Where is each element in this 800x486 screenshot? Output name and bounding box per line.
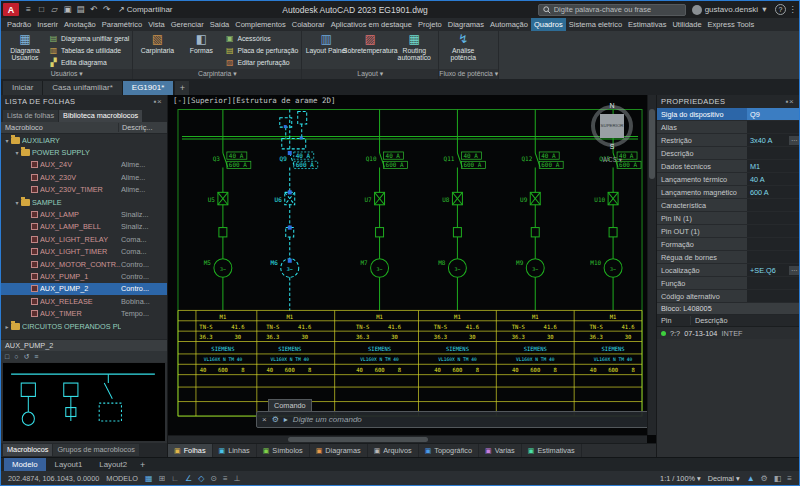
- dynamic-input-icon[interactable]: ⊥: [234, 474, 241, 483]
- motor-feeder-circuit[interactable]: Q3 40 A 600 A U5: [204, 110, 251, 311]
- ribbon-tab[interactable]: Paramétrico: [99, 18, 145, 31]
- model-space-canvas[interactable]: Q3 40 A 600 A U5: [168, 95, 656, 443]
- viewcube[interactable]: N S SUPERIOR WCS ▾: [580, 98, 644, 164]
- customization-icon[interactable]: ≡: [787, 474, 792, 483]
- workspace-gear-icon[interactable]: ⚙: [761, 474, 768, 483]
- property-value[interactable]: [747, 251, 799, 263]
- property-more-button[interactable]: ⋯: [789, 266, 799, 275]
- tree-item[interactable]: AUX_PUMP_1 Contro...: [1, 270, 167, 282]
- help-icon[interactable]: ?: [775, 4, 786, 15]
- command-tab[interactable]: Comando: [268, 399, 312, 411]
- motor-feeder-circuit[interactable]: Q11 40 A 600 A U8: [438, 110, 485, 311]
- ribbon-tab[interactable]: Padrão: [4, 18, 34, 31]
- units-control[interactable]: Decimal ▾: [708, 474, 740, 483]
- property-row[interactable]: Formação: [657, 238, 799, 251]
- ribbon-tab[interactable]: Anotação: [61, 18, 99, 31]
- property-more-button[interactable]: ⋯: [789, 136, 799, 145]
- property-row[interactable]: Pin OUT (1): [657, 225, 799, 238]
- new-icon[interactable]: □: [35, 1, 48, 18]
- tree-item[interactable]: AUX_TIMER Tempo...: [1, 307, 167, 319]
- ribbon-big-button[interactable]: ▨ Sobretemperatura: [349, 32, 391, 68]
- property-value[interactable]: +SE.Q6 ⋯: [747, 264, 799, 276]
- property-value[interactable]: 3x40 A ⋯: [747, 134, 799, 146]
- annotation-icon[interactable]: ▲: [747, 474, 755, 483]
- ribbon-tab[interactable]: Colaborar: [289, 18, 328, 31]
- isolate-icon[interactable]: ◧: [774, 474, 782, 483]
- project-tab[interactable]: ▣ Arquivos: [368, 444, 419, 457]
- property-row[interactable]: Sigla do dispositivo Q9: [657, 108, 799, 121]
- property-value[interactable]: [747, 290, 799, 302]
- viewcube-compass-ring[interactable]: N S SUPERIOR: [591, 105, 633, 147]
- property-value[interactable]: [747, 238, 799, 250]
- user-avatar[interactable]: [692, 5, 702, 15]
- project-tab[interactable]: ▣ Linhas: [213, 444, 257, 457]
- ribbon-big-button[interactable]: ◧ Formas: [180, 32, 222, 68]
- new-drawing-tab-button[interactable]: +: [175, 81, 189, 95]
- osnap-icon[interactable]: ◇: [198, 474, 204, 483]
- undo-icon[interactable]: ↶: [87, 1, 100, 18]
- project-tab[interactable]: ▣ Símbolos: [257, 444, 310, 457]
- ribbon-tab[interactable]: Sistema eletrico: [566, 18, 625, 31]
- otrack-icon[interactable]: ⊙: [210, 474, 217, 483]
- grip-point[interactable]: [300, 136, 303, 139]
- annotation-scale-control[interactable]: 1:1 / 100% ▾: [660, 474, 701, 483]
- tree-item[interactable]: AUX_LIGHT_TIMER Coma...: [1, 246, 167, 258]
- ribbon-group-title[interactable]: Fluxo de potência ▾: [439, 69, 498, 79]
- tree-item[interactable]: AUX_RELEASE Bobina...: [1, 295, 167, 307]
- tree-expand-icon[interactable]: ▾: [13, 199, 21, 206]
- viewcube-north[interactable]: N: [609, 102, 614, 109]
- tree-expand-icon[interactable]: ▾: [13, 149, 21, 156]
- file-tab[interactable]: Iniciar: [3, 81, 43, 95]
- command-input[interactable]: Digite um comando: [293, 415, 362, 424]
- tree-item[interactable]: AUX_LIGHT_RELAY Coma...: [1, 233, 167, 245]
- close-icon[interactable]: ×: [789, 97, 794, 106]
- viewcube-wcs-menu[interactable]: WCS ▾: [580, 156, 644, 164]
- tree-item[interactable]: AUX_LAMP_BELL Sinaliz...: [1, 221, 167, 233]
- project-tab[interactable]: ▣ Topográfico: [419, 444, 479, 457]
- tree-expand-icon[interactable]: ▾: [3, 137, 11, 144]
- column-descricao[interactable]: Descriç...: [119, 123, 167, 132]
- command-close-icon[interactable]: ×: [262, 415, 267, 424]
- property-value[interactable]: Q9: [747, 108, 799, 120]
- grip-point[interactable]: [288, 259, 292, 263]
- property-value[interactable]: M1: [747, 160, 799, 172]
- property-row[interactable]: Alias: [657, 121, 799, 134]
- ribbon-big-button[interactable]: ▥ Layout Painel: [305, 32, 347, 68]
- plot-icon[interactable]: ▤: [74, 1, 87, 18]
- tree-item[interactable]: AUX_MOTOR_CONTR... Contro...: [1, 258, 167, 270]
- zoom-extents-icon[interactable]: □: [5, 353, 9, 360]
- property-row[interactable]: Localização +SE.Q6 ⋯: [657, 264, 799, 277]
- ribbon-tab[interactable]: Projeto: [415, 18, 445, 31]
- search-box[interactable]: Digite palavra-chave ou frase: [538, 4, 686, 16]
- property-row[interactable]: Função: [657, 277, 799, 290]
- pin-row[interactable]: ?:? 07-13-104 INTEF: [657, 327, 799, 339]
- ribbon-tab[interactable]: Complementos: [232, 18, 288, 31]
- dragged-macro-ghost[interactable]: [280, 112, 307, 149]
- ribbon-tab[interactable]: Express Tools: [705, 18, 758, 31]
- property-value[interactable]: [747, 277, 799, 289]
- viewcube-top-face[interactable]: SUPERIOR: [600, 114, 624, 138]
- property-row[interactable]: Restrição 3x40 A ⋯: [657, 134, 799, 147]
- palette-bottom-tab[interactable]: Grupos de macroblocos: [53, 444, 138, 456]
- tree-item[interactable]: ▾ SAMPLE: [1, 196, 167, 208]
- ribbon-big-button[interactable]: ▦ Routing automatico: [393, 32, 435, 68]
- motor-feeder-circuit[interactable]: Q10 40 A 600 A U7: [360, 110, 407, 311]
- ribbon-tab[interactable]: Saída: [207, 18, 233, 31]
- project-tab[interactable]: ▣ Varias: [479, 444, 522, 457]
- ribbon-group-title[interactable]: Layout ▾: [302, 69, 438, 79]
- close-icon[interactable]: ×: [157, 97, 162, 106]
- ribbon-big-button[interactable]: ↯ Análise potência: [442, 32, 484, 68]
- layout-tab[interactable]: Modelo: [4, 458, 46, 471]
- ribbon-small-button[interactable]: ▥ Tabelas de utilidade: [49, 44, 129, 56]
- macro-preview[interactable]: [3, 363, 165, 441]
- open-icon[interactable]: ▱: [48, 1, 61, 18]
- property-row[interactable]: Lançamento térmico 40 A: [657, 173, 799, 186]
- grip-point[interactable]: [288, 226, 292, 230]
- tree-item[interactable]: AUX_24V Alime...: [1, 159, 167, 171]
- property-row[interactable]: Característica: [657, 199, 799, 212]
- ribbon-big-button[interactable]: ▦ Diagrama Usuarios: [4, 32, 46, 68]
- space-toggle[interactable]: MODELO: [106, 474, 138, 483]
- horizontal-scrollbar[interactable]: [168, 435, 647, 443]
- grid-icon[interactable]: ▦: [145, 474, 153, 483]
- tree-item[interactable]: ▾ AUXILIARY: [1, 134, 167, 146]
